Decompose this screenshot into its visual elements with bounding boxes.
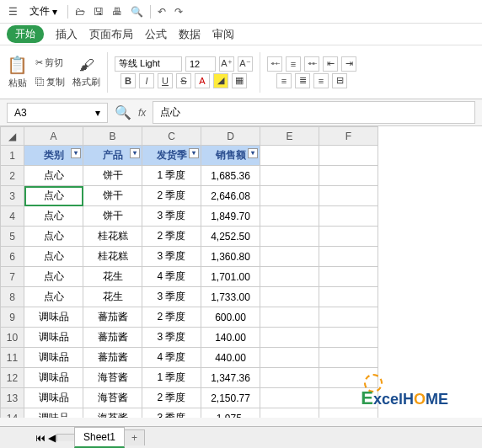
cell[interactable] <box>260 307 319 328</box>
row-header[interactable]: 5 <box>1 227 24 247</box>
cell-sales[interactable]: 4,252.50 <box>201 227 260 247</box>
cell-product[interactable]: 海苔酱 <box>83 408 142 419</box>
cell[interactable] <box>260 227 319 247</box>
hamburger-icon[interactable]: ☰ <box>7 4 19 19</box>
filter-header-quarter[interactable]: 发货季▾ <box>142 146 201 166</box>
filter-header-category[interactable]: 类别▾ <box>24 146 83 166</box>
cell-category[interactable]: 点心 <box>24 166 83 186</box>
font-select[interactable] <box>115 56 182 72</box>
cell-category[interactable]: 调味品 <box>24 368 83 388</box>
cell[interactable] <box>319 247 378 267</box>
indent-dec-icon[interactable]: ⇤ <box>323 56 338 72</box>
row-header[interactable]: 8 <box>1 287 24 307</box>
tab-start[interactable]: 开始 <box>7 25 44 43</box>
col-header-f[interactable]: F <box>319 127 378 146</box>
cell[interactable] <box>319 328 378 348</box>
redo-icon[interactable]: ↷ <box>173 4 185 19</box>
cell-quarter[interactable]: 4 季度 <box>142 267 201 287</box>
cell-category[interactable]: 调味品 <box>24 348 83 368</box>
cell[interactable] <box>319 186 378 206</box>
italic-button[interactable]: I <box>139 73 154 88</box>
cell[interactable] <box>319 206 378 227</box>
copy-button[interactable]: ⿻复制 <box>31 73 69 91</box>
cell-category[interactable]: 调味品 <box>24 388 83 408</box>
cell[interactable] <box>260 206 319 227</box>
cell-sales[interactable]: 1,360.80 <box>201 247 260 267</box>
cell-sales[interactable]: 2,646.08 <box>201 186 260 206</box>
cell-product[interactable]: 桂花糕 <box>83 247 142 267</box>
filter-header-product[interactable]: 产品▾ <box>83 146 142 166</box>
row-header[interactable]: 7 <box>1 267 24 287</box>
col-header-e[interactable]: E <box>260 127 319 146</box>
cell-product[interactable]: 花生 <box>83 267 142 287</box>
sheet-tab-sheet1[interactable]: Sheet1 <box>74 427 125 448</box>
cell-quarter[interactable]: 3 季度 <box>142 287 201 307</box>
cell-category[interactable]: 点心 <box>24 227 83 247</box>
spreadsheet-grid[interactable]: ◢ A B C D E F 1 类别▾ 产品▾ 发货季▾ 销售额▾ 2 点心 饼… <box>0 126 482 418</box>
row-header[interactable]: 6 <box>1 247 24 267</box>
cell-quarter[interactable]: 2 季度 <box>142 307 201 328</box>
cell[interactable] <box>260 267 319 287</box>
align-right-icon[interactable]: ≡ <box>313 73 329 88</box>
filter-header-sales[interactable]: 销售额▾ <box>201 146 260 166</box>
row-header[interactable]: 2 <box>1 166 24 186</box>
cell-product[interactable]: 蕃茄酱 <box>83 348 142 368</box>
filter-arrow-icon[interactable]: ▾ <box>130 148 140 158</box>
name-box[interactable]: A3▾ <box>7 103 108 123</box>
cell-sales[interactable]: 1,701.00 <box>201 267 260 287</box>
align-bottom-icon[interactable]: ⬵ <box>304 56 319 72</box>
tab-layout[interactable]: 页面布局 <box>89 27 133 42</box>
tab-review[interactable]: 审阅 <box>212 27 234 42</box>
cell-quarter[interactable]: 3 季度 <box>142 206 201 227</box>
open-icon[interactable]: 🗁 <box>73 4 87 19</box>
col-header-d[interactable]: D <box>201 127 260 146</box>
align-top-icon[interactable]: ⬴ <box>267 56 282 72</box>
cell[interactable] <box>260 166 319 186</box>
row-header[interactable]: 14 <box>1 408 24 419</box>
cell-quarter[interactable]: 3 季度 <box>142 328 201 348</box>
cell[interactable] <box>319 267 378 287</box>
cell-quarter[interactable]: 2 季度 <box>142 186 201 206</box>
cell-quarter[interactable]: 4 季度 <box>142 348 201 368</box>
search-icon[interactable]: 🔍 <box>115 104 131 120</box>
cell[interactable] <box>319 408 378 419</box>
cell[interactable] <box>319 348 378 368</box>
cell[interactable] <box>260 408 319 419</box>
cell-product[interactable]: 蕃茄酱 <box>83 307 142 328</box>
align-left-icon[interactable]: ≡ <box>276 73 292 88</box>
cell[interactable] <box>260 186 319 206</box>
cell[interactable] <box>260 287 319 307</box>
save-icon[interactable]: 🖫 <box>92 4 105 19</box>
cell-category[interactable]: 点心 <box>24 186 83 206</box>
cell[interactable] <box>260 328 319 348</box>
filter-arrow-icon[interactable]: ▾ <box>71 148 81 158</box>
fill-color-button[interactable]: ◢ <box>213 73 228 88</box>
cell-sales[interactable]: 600.00 <box>201 307 260 328</box>
cell-category[interactable]: 调味品 <box>24 408 83 419</box>
row-header[interactable]: 10 <box>1 328 24 348</box>
cell-product[interactable]: 饼干 <box>83 166 142 186</box>
col-header-b[interactable]: B <box>83 127 142 146</box>
strike-button[interactable]: S <box>176 73 191 88</box>
cell-product[interactable]: 饼干 <box>83 186 142 206</box>
cell-quarter[interactable]: 1 季度 <box>142 368 201 388</box>
row-header[interactable]: 13 <box>1 388 24 408</box>
cell-product[interactable]: 海苔酱 <box>83 368 142 388</box>
preview-icon[interactable]: 🔍 <box>129 4 145 19</box>
col-header-a[interactable]: A <box>24 127 83 146</box>
col-header-c[interactable]: C <box>142 127 201 146</box>
cell[interactable] <box>319 166 378 186</box>
cell-sales[interactable]: 140.00 <box>201 328 260 348</box>
cell-product[interactable]: 桂花糕 <box>83 227 142 247</box>
cell-product[interactable]: 海苔酱 <box>83 388 142 408</box>
increase-font-icon[interactable]: A⁺ <box>219 56 234 72</box>
align-center-icon[interactable]: ≣ <box>295 73 310 88</box>
cell-category[interactable]: 调味品 <box>24 307 83 328</box>
sheet-nav-first[interactable]: ⏮ <box>34 430 47 445</box>
cell-sales[interactable]: 2,150.77 <box>201 388 260 408</box>
cell-category[interactable]: 点心 <box>24 247 83 267</box>
font-color-button[interactable]: A <box>195 73 210 88</box>
cell-quarter[interactable]: 3 季度 <box>142 247 201 267</box>
cell[interactable] <box>319 146 378 166</box>
font-size-select[interactable] <box>185 56 216 72</box>
